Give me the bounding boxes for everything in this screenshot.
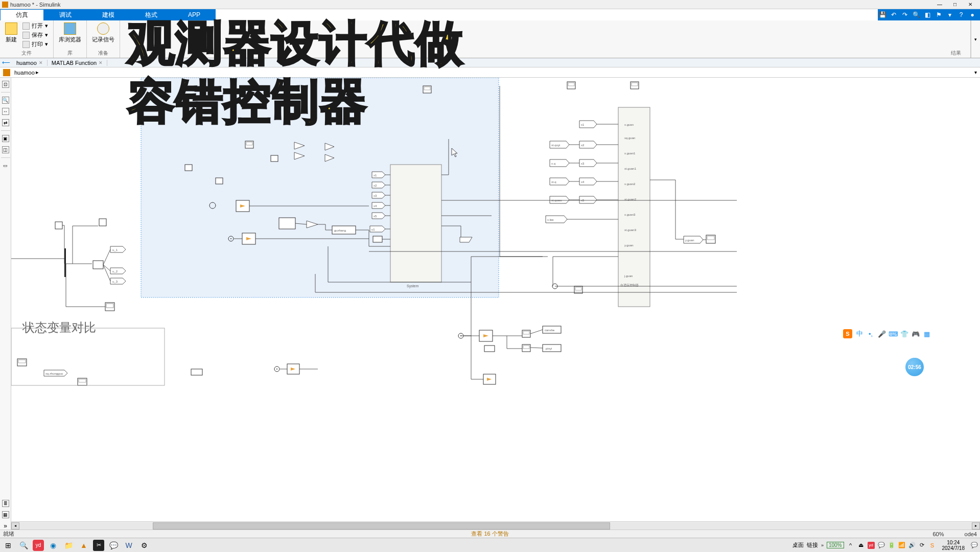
redo-icon[interactable]: ↷ bbox=[900, 10, 909, 19]
scroll-thumb[interactable] bbox=[153, 522, 610, 530]
tray-expand-icon[interactable]: » bbox=[821, 543, 824, 548]
model-diagram[interactable]: .blk{fill:#fff;stroke:#333;stroke-width:… bbox=[11, 78, 980, 395]
svg-text:x.guan3: x.guan3 bbox=[624, 213, 636, 216]
canvas-side-toolbar: ⊡ 🔍 ↔ ⇄ ▣ ◫ ▭ ≣ ▦ » bbox=[0, 78, 11, 530]
properties-icon[interactable]: ▦ bbox=[2, 511, 9, 518]
clock-date: 2024/7/18 bbox=[942, 545, 965, 551]
close-tab-icon[interactable]: ✕ bbox=[39, 60, 43, 65]
svg-text:x1: x1 bbox=[374, 174, 377, 177]
tab-app[interactable]: APP bbox=[173, 9, 216, 20]
svg-text:x.q: x.q bbox=[551, 162, 555, 165]
tray-wechat-icon[interactable]: 💬 bbox=[878, 542, 885, 549]
flag-icon[interactable]: ⚑ bbox=[934, 10, 943, 19]
tab-debug[interactable]: 调试 bbox=[44, 9, 87, 20]
toggle-icon[interactable]: ⇄ bbox=[2, 119, 9, 126]
ime-game-icon[interactable]: 🎮 bbox=[912, 330, 920, 338]
close-button[interactable]: ✕ bbox=[963, 1, 978, 9]
status-warnings[interactable]: 查看 16 个警告 bbox=[471, 530, 508, 538]
youdao-icon[interactable]: yd bbox=[33, 540, 44, 551]
horizontal-scrollbar[interactable]: ◂ ▸ bbox=[11, 521, 980, 530]
start-button[interactable]: ⊞ bbox=[2, 539, 14, 551]
tray-volume-icon[interactable]: 🔊 bbox=[908, 542, 916, 549]
scroll-track[interactable] bbox=[19, 522, 972, 530]
tab-modeling[interactable]: 建模 bbox=[87, 9, 130, 20]
scroll-left-button[interactable]: ◂ bbox=[11, 522, 19, 530]
notification-icon[interactable]: 💬 bbox=[971, 542, 978, 549]
settings-icon[interactable]: ⚙ bbox=[138, 539, 150, 551]
ime-keyboard-icon[interactable]: ⌨ bbox=[889, 330, 897, 338]
explorer-icon[interactable]: 📁 bbox=[62, 539, 75, 551]
svg-point-22 bbox=[230, 238, 231, 239]
tab-simulation[interactable]: 仿真 bbox=[0, 9, 44, 20]
ime-logo-icon[interactable]: S bbox=[843, 329, 852, 338]
library-browser-button[interactable]: 库浏览器 bbox=[58, 21, 82, 44]
ime-mic-icon[interactable]: 🎤 bbox=[878, 330, 886, 338]
fit-view-icon[interactable]: ↔ bbox=[2, 108, 9, 115]
desktop-label[interactable]: 桌面 bbox=[792, 541, 804, 549]
breadcrumb-chevron-icon[interactable]: ▸ bbox=[36, 69, 39, 76]
zoom-fit-icon[interactable]: ⊡ bbox=[2, 81, 9, 88]
open-button[interactable]: 打开 ▾ bbox=[21, 21, 49, 30]
wechat-icon[interactable]: 💬 bbox=[107, 539, 120, 551]
zoom-tool-icon[interactable]: 🔍 bbox=[2, 97, 9, 104]
lib-group-label: 库 bbox=[58, 50, 82, 57]
annotation-tool-icon[interactable]: ◫ bbox=[2, 146, 9, 153]
tray-sync-icon[interactable]: ⟳ bbox=[919, 542, 926, 549]
tool-icon[interactable]: ◧ bbox=[923, 10, 932, 19]
svg-text:x4: x4 bbox=[581, 180, 585, 183]
ribbon-expand-button[interactable]: ▾ bbox=[971, 20, 980, 58]
scroll-right-button[interactable]: ▸ bbox=[972, 522, 980, 530]
links-label[interactable]: 链接 bbox=[807, 541, 818, 549]
save-button[interactable]: 保存 ▾ bbox=[21, 31, 49, 39]
svg-text:System: System bbox=[407, 284, 419, 288]
results-label: 结果 bbox=[124, 50, 966, 57]
doc-tab-matlab-function[interactable]: MATLAB Function✕ bbox=[48, 60, 107, 66]
close-tab-icon[interactable]: ✕ bbox=[99, 60, 103, 65]
matlab-icon[interactable]: ▲ bbox=[78, 539, 90, 551]
minimize-button[interactable]: — bbox=[932, 1, 947, 9]
ime-punct-icon[interactable]: •, bbox=[867, 330, 875, 338]
rect-tool-icon[interactable]: ▭ bbox=[2, 162, 9, 169]
more-tools-icon[interactable]: » bbox=[2, 522, 9, 530]
help-icon[interactable]: ? bbox=[956, 10, 966, 19]
save-icon[interactable]: 💾 bbox=[878, 10, 887, 19]
new-button[interactable]: 新建 bbox=[4, 21, 18, 44]
svg-text:x.guan: x.guan bbox=[624, 123, 634, 126]
tab-format[interactable]: 格式 bbox=[130, 9, 173, 20]
tray-ime-icon[interactable]: S bbox=[929, 542, 936, 549]
breadcrumb-path[interactable]: huamoo bbox=[14, 70, 35, 76]
svg-rect-98 bbox=[484, 346, 495, 352]
doc-tab-huamoo[interactable]: huamoo✕ bbox=[12, 60, 48, 66]
ime-toolbar[interactable]: S 中 •, 🎤 ⌨ 👕 🎮 ▦ bbox=[840, 328, 934, 339]
ime-grid-icon[interactable]: ▦ bbox=[923, 330, 931, 338]
collapse-icon[interactable]: ● bbox=[968, 10, 977, 19]
battery-indicator[interactable]: 100% bbox=[827, 542, 844, 548]
print-button[interactable]: 打印 ▾ bbox=[21, 40, 49, 49]
tray-battery-icon[interactable]: 🔋 bbox=[888, 542, 895, 549]
capcut-icon[interactable]: ✂ bbox=[93, 540, 104, 551]
word-icon[interactable]: W bbox=[123, 539, 135, 551]
record-signal-button[interactable]: 记录信号 bbox=[91, 21, 115, 44]
back-button[interactable]: ⟵ bbox=[2, 59, 10, 67]
ime-lang-icon[interactable]: 中 bbox=[855, 330, 864, 338]
tray-yd-icon[interactable]: yd bbox=[868, 542, 875, 549]
ime-skin-icon[interactable]: 👕 bbox=[900, 330, 908, 338]
tray-usb-icon[interactable]: ⏏ bbox=[857, 542, 865, 549]
breadcrumb-dropdown-icon[interactable]: ▾ bbox=[974, 70, 977, 75]
tray-chevron-icon[interactable]: ^ bbox=[847, 542, 854, 549]
image-tool-icon[interactable]: ▣ bbox=[2, 135, 9, 142]
menu-icon[interactable]: ▾ bbox=[945, 10, 954, 19]
svg-text:xt.guan3: xt.guan3 bbox=[624, 228, 637, 232]
svg-text:x4: x4 bbox=[374, 204, 377, 208]
tray-network-icon[interactable]: 📶 bbox=[898, 542, 905, 549]
layers-icon[interactable]: ≣ bbox=[2, 500, 9, 507]
search-icon[interactable]: 🔍 bbox=[912, 10, 921, 19]
status-solver[interactable]: ode4 bbox=[965, 531, 977, 537]
undo-icon[interactable]: ↶ bbox=[889, 10, 898, 19]
simulink-canvas[interactable]: .blk{fill:#fff;stroke:#333;stroke-width:… bbox=[11, 78, 980, 521]
search-taskbar-icon[interactable]: 🔍 bbox=[17, 539, 30, 551]
maximize-button[interactable]: □ bbox=[947, 1, 963, 9]
edge-icon[interactable]: ◉ bbox=[47, 539, 59, 551]
status-zoom[interactable]: 60% bbox=[932, 531, 944, 537]
taskbar-clock[interactable]: 10:24 2024/7/18 bbox=[942, 540, 965, 551]
